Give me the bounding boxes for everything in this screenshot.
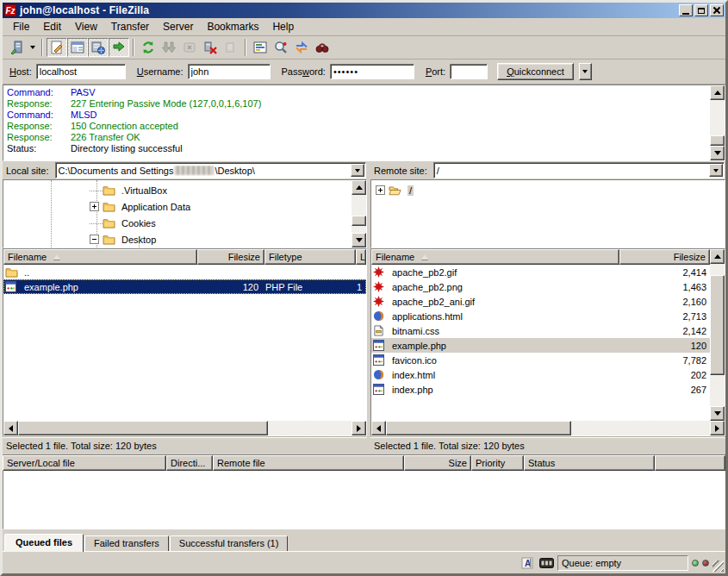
maximize-button[interactable] xyxy=(694,4,708,16)
username-input[interactable] xyxy=(188,64,271,79)
column-header-filesize[interactable]: Filesize xyxy=(619,249,710,265)
column-header-status[interactable]: Status xyxy=(524,455,655,471)
password-input[interactable] xyxy=(330,64,414,79)
transfer-type-icon[interactable]: A xyxy=(520,556,535,570)
tree-item-application-data[interactable]: Application Data xyxy=(3,198,352,215)
column-header-remote-file[interactable]: Remote file xyxy=(213,455,404,471)
resize-grip-icon[interactable] xyxy=(712,560,724,572)
tree-item-cookies[interactable]: Cookies xyxy=(3,215,352,231)
file-row-parent-dir[interactable]: .. xyxy=(3,265,366,279)
toggle-local-tree-button[interactable] xyxy=(67,38,88,57)
cancel-operation-button[interactable] xyxy=(179,38,200,57)
menu-help[interactable]: Help xyxy=(265,19,301,34)
site-manager-button[interactable] xyxy=(6,38,27,57)
minimize-button[interactable] xyxy=(679,4,693,16)
column-header-server-local-file[interactable]: Server/Local file xyxy=(3,455,166,471)
column-header-filetype[interactable]: Filetype xyxy=(264,249,356,265)
scroll-track[interactable] xyxy=(386,421,710,435)
remote-path-dropdown[interactable] xyxy=(709,164,723,177)
file-row[interactable]: applications.html 2,713 xyxy=(371,309,710,323)
filezilla-app-icon[interactable]: Fz xyxy=(4,4,16,16)
process-queue-button[interactable] xyxy=(159,38,179,57)
tab-failed-transfers[interactable]: Failed transfers xyxy=(84,535,169,551)
scroll-up-button[interactable] xyxy=(710,249,725,264)
scroll-track[interactable] xyxy=(352,195,366,233)
quickconnect-button[interactable]: Quickconnect xyxy=(497,63,574,80)
column-header-priority[interactable]: Priority xyxy=(471,455,524,471)
file-row[interactable]: apache_pb2.gif 2,414 xyxy=(371,265,710,279)
file-row[interactable]: apache_pb2_ani.gif 2,160 xyxy=(371,294,710,309)
scroll-down-button[interactable] xyxy=(710,406,725,421)
local-path-value[interactable]: C:\Documents and Settings\Desktop\ xyxy=(56,166,350,176)
menu-edit[interactable]: Edit xyxy=(36,19,68,34)
column-header-size[interactable]: Size xyxy=(404,455,471,471)
file-row[interactable]: index.html 202 xyxy=(371,367,710,382)
scroll-thumb[interactable] xyxy=(710,275,725,375)
toggle-queue-button[interactable] xyxy=(109,38,129,57)
remote-path-value[interactable]: / xyxy=(434,166,708,176)
scroll-right-button[interactable] xyxy=(352,421,366,435)
scroll-left-button[interactable] xyxy=(371,421,386,435)
refresh-button[interactable] xyxy=(138,38,159,57)
tree-item-desktop[interactable]: Desktop xyxy=(3,231,352,247)
reconnect-button[interactable] xyxy=(221,38,241,57)
disconnect-button[interactable] xyxy=(200,38,221,57)
remote-list-vscrollbar[interactable] xyxy=(710,249,725,421)
site-manager-dropdown[interactable] xyxy=(27,38,38,57)
file-row-example-php[interactable]: example.php 120 PHP File 1 xyxy=(3,279,366,294)
menu-file[interactable]: File xyxy=(6,19,36,34)
scroll-thumb[interactable] xyxy=(386,421,571,435)
scroll-down-button[interactable] xyxy=(710,146,725,160)
scroll-left-button[interactable] xyxy=(3,421,18,435)
collapse-icon[interactable] xyxy=(90,235,99,244)
scroll-thumb[interactable] xyxy=(18,421,268,435)
column-header-lastmodified[interactable]: L xyxy=(356,249,366,265)
quickconnect-dropdown[interactable] xyxy=(579,63,592,80)
column-header-direction[interactable]: Directi... xyxy=(166,455,213,471)
scroll-thumb[interactable] xyxy=(352,216,366,226)
local-list-hscrollbar[interactable] xyxy=(3,421,366,435)
remote-path-combo[interactable]: / xyxy=(433,162,725,178)
file-row[interactable]: bitnami.css 2,142 xyxy=(371,323,710,338)
sync-browsing-button[interactable] xyxy=(291,38,312,57)
local-path-dropdown[interactable] xyxy=(351,164,364,177)
tab-queued-files[interactable]: Queued files xyxy=(4,534,84,552)
queue-body[interactable] xyxy=(3,471,725,529)
title-bar[interactable]: Fz john@localhost - FileZilla xyxy=(3,3,725,18)
column-header-filename[interactable]: Filename xyxy=(371,249,619,265)
file-row[interactable]: apache_pb2.png 1,463 xyxy=(371,279,710,294)
find-button[interactable] xyxy=(312,38,333,57)
port-input[interactable] xyxy=(450,64,488,79)
tree-item-virtualbox[interactable]: .VirtualBox xyxy=(3,182,352,198)
tree-item-root[interactable]: / xyxy=(371,182,725,198)
toggle-log-button[interactable] xyxy=(47,38,67,57)
filter-button[interactable] xyxy=(250,38,271,57)
scroll-up-button[interactable] xyxy=(352,180,366,195)
tab-successful-transfers[interactable]: Successful transfers (1) xyxy=(170,535,289,551)
remote-directory-tree[interactable]: / xyxy=(371,180,725,247)
local-path-combo[interactable]: C:\Documents and Settings\Desktop\ xyxy=(55,162,366,178)
host-input[interactable] xyxy=(36,64,126,79)
scroll-right-button[interactable] xyxy=(710,421,725,435)
local-tree-scrollbar[interactable] xyxy=(352,180,366,247)
local-directory-tree[interactable]: .VirtualBox Application Data Cookies xyxy=(3,180,352,247)
menu-server[interactable]: Server xyxy=(156,19,200,34)
scroll-up-button[interactable] xyxy=(710,85,725,100)
scroll-track[interactable] xyxy=(710,100,725,146)
expand-icon[interactable] xyxy=(376,185,385,195)
remote-list-hscrollbar[interactable] xyxy=(371,421,725,435)
toggle-remote-tree-button[interactable] xyxy=(88,38,109,57)
menu-transfer[interactable]: Transfer xyxy=(104,19,156,34)
file-row[interactable]: index.php 267 xyxy=(371,382,710,397)
scroll-track[interactable] xyxy=(18,421,352,435)
menu-bookmarks[interactable]: Bookmarks xyxy=(200,19,265,34)
scroll-track[interactable] xyxy=(710,264,725,406)
scroll-down-button[interactable] xyxy=(352,233,366,247)
file-row[interactable]: favicon.ico 7,782 xyxy=(371,353,710,367)
scroll-thumb[interactable] xyxy=(710,135,725,146)
compare-button[interactable] xyxy=(271,38,291,57)
expand-icon[interactable] xyxy=(90,202,99,211)
column-header-filesize[interactable]: Filesize xyxy=(197,249,264,265)
log-scrollbar[interactable] xyxy=(710,85,725,160)
close-button[interactable] xyxy=(710,4,724,16)
